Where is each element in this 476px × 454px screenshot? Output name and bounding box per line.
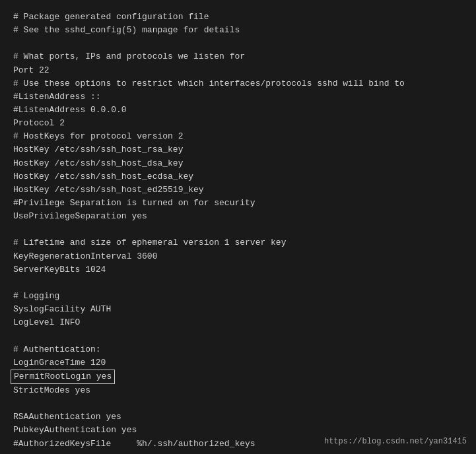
code-line	[13, 276, 463, 290]
code-line: HostKey /etc/ssh/ssh_host_rsa_key	[13, 143, 463, 156]
code-line: LogLevel INFO	[13, 316, 463, 329]
code-line: RSAAuthentication yes	[13, 410, 463, 424]
code-line: HostKey /etc/ssh/ssh_host_ed25519_key	[13, 183, 463, 197]
code-line: # Authentication:	[13, 343, 463, 356]
code-line: # Lifetime and size of ephemeral version…	[13, 236, 463, 249]
code-line: KeyRegenerationInterval 3600	[13, 250, 463, 263]
code-line: UsePrivilegeSeparation yes	[13, 210, 463, 223]
code-line: Port 22	[13, 64, 463, 77]
code-line	[13, 37, 463, 50]
code-line: PermitRootLogin yes	[13, 370, 463, 384]
terminal-window: # Package generated configuration file# …	[0, 0, 476, 454]
code-line: # What ports, IPs and protocols we liste…	[13, 50, 463, 63]
code-line: # HostKeys for protocol version 2	[13, 130, 463, 143]
code-line: # See the sshd_config(5) manpage for det…	[13, 24, 463, 37]
code-line: # Logging	[13, 290, 463, 303]
code-line: Protocol 2	[13, 117, 463, 130]
code-line	[13, 223, 463, 236]
code-line: HostKey /etc/ssh/ssh_host_dsa_key	[13, 157, 463, 170]
code-content: # Package generated configuration file# …	[13, 11, 463, 454]
code-line: HostKey /etc/ssh/ssh_host_ecdsa_key	[13, 170, 463, 183]
code-line	[13, 329, 463, 342]
code-line	[13, 451, 463, 454]
code-line	[13, 397, 463, 410]
code-line: ServerKeyBits 1024	[13, 263, 463, 276]
code-line: #Privilege Separation is turned on for s…	[13, 197, 463, 210]
code-line: StrictModes yes	[13, 384, 463, 397]
code-line: SyslogFacility AUTH	[13, 303, 463, 316]
watermark: https://blog.csdn.net/yan31415	[324, 437, 467, 446]
code-line: LoginGraceTime 120	[13, 356, 463, 370]
code-line: # Use these options to restrict which in…	[13, 77, 463, 90]
code-line: #ListenAddress 0.0.0.0	[13, 104, 463, 117]
highlighted-line: PermitRootLogin yes	[11, 370, 115, 384]
code-line: PubkeyAuthentication yes	[13, 424, 463, 437]
code-line: #ListenAddress ::	[13, 90, 463, 104]
code-line: # Package generated configuration file	[13, 11, 463, 24]
